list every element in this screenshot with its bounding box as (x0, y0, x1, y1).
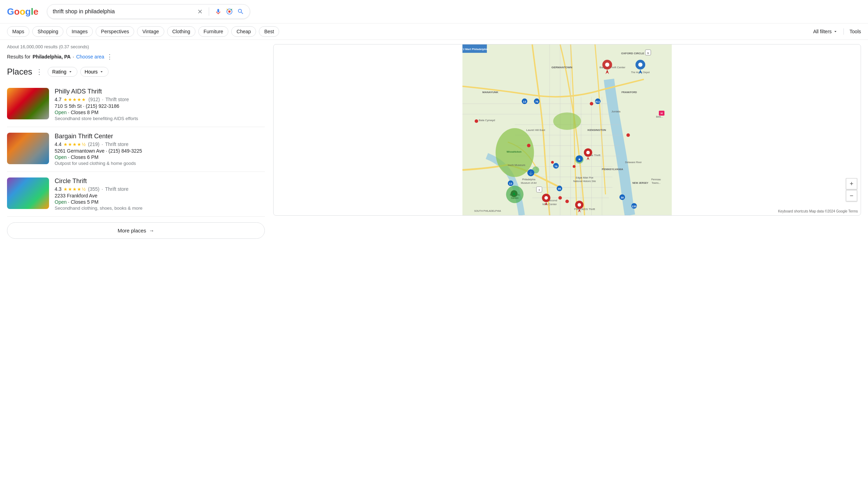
svg-text:⚓: ⚓ (529, 171, 533, 175)
place-address-2: 5261 Germantown Ave · (215) 849-3225 (55, 148, 265, 154)
header: Google thrift shop in philadelphia (0, 0, 868, 23)
map-controls: + − (846, 178, 857, 201)
place-hours-2: Open · Closes 6 PM (55, 154, 265, 160)
google-logo: Google (7, 6, 39, 17)
place-card-2[interactable]: Bargain Thrift Center 4.4 ★★★★½ (219) · … (7, 127, 265, 172)
place-name-3: Circle Thrift (55, 177, 265, 185)
rating-number-1: 4.7 (55, 97, 61, 102)
places-title: Places (7, 67, 32, 77)
map-container[interactable]: Wissahickon Bartram's Garden 1 76 13 (273, 44, 861, 216)
place-image-1 (7, 88, 49, 119)
svg-text:Wissahickon: Wissahickon (507, 151, 522, 153)
svg-text:🌲: 🌲 (512, 192, 516, 196)
place-type-1: · (102, 97, 103, 102)
svg-text:Mile Center: Mile Center (543, 203, 557, 206)
rating-number-3: 4.3 (55, 186, 61, 192)
place-card-1[interactable]: Philly AIDS Thrift 4.7 ★★★★★ (912) · Thr… (7, 82, 265, 127)
svg-point-90 (551, 161, 554, 164)
svg-text:PENNSYLVANIA: PENNSYLVANIA (602, 168, 623, 171)
svg-text:13: 13 (509, 182, 512, 185)
place-image-2 (7, 133, 49, 164)
svg-text:Edgar Allan Poe: Edgar Allan Poe (576, 176, 593, 179)
place-desc-3: Secondhand clothing, shoes, books & more (55, 205, 265, 211)
zoom-out-button[interactable]: − (846, 190, 857, 201)
svg-point-75 (605, 63, 609, 67)
location-menu-button[interactable]: ⋮ (106, 54, 113, 60)
all-filters-button[interactable]: All filters (813, 29, 838, 34)
closing-time-1: Closes 8 PM (71, 110, 98, 115)
svg-text:13: 13 (523, 100, 526, 103)
tab-furniture[interactable]: Furniture (198, 26, 228, 37)
voice-search-button[interactable] (215, 8, 222, 15)
tab-images[interactable]: Images (66, 26, 93, 37)
svg-point-89 (578, 203, 581, 207)
svg-text:Philadelphia: Philadelphia (522, 178, 535, 181)
svg-text:95: 95 (558, 187, 561, 190)
open-status-1: Open (55, 110, 67, 115)
clear-search-button[interactable] (197, 8, 203, 15)
svg-text:1: 1 (647, 51, 649, 55)
place-type-label-3: Thrift store (105, 186, 129, 192)
svg-text:Pennsau: Pennsau (651, 178, 661, 181)
place-desc-1: Secondhand store benefiting AIDS efforts (55, 116, 265, 121)
filter-tabs: Maps Shopping Images Perspectives Vintag… (0, 23, 868, 40)
svg-text:FRANKFORD: FRANKFORD (621, 91, 637, 93)
tab-maps[interactable]: Maps (7, 26, 29, 37)
places-menu-button[interactable]: ⋮ (36, 68, 43, 76)
stars-3: ★★★★½ (63, 187, 86, 192)
tools-button[interactable]: Tools (849, 29, 861, 34)
svg-point-86 (558, 196, 562, 200)
svg-text:Bala Cynwyd: Bala Cynwyd (479, 119, 495, 122)
results-info: About 16,000,000 results (0.37 seconds) (7, 44, 265, 49)
svg-point-91 (573, 165, 576, 168)
svg-point-85 (544, 196, 548, 200)
place-type-label-2: Thrift store (105, 141, 129, 147)
svg-point-77 (638, 63, 642, 67)
tab-shopping[interactable]: Shopping (32, 26, 63, 37)
svg-text:Garden: Garden (511, 197, 519, 199)
svg-point-21 (553, 112, 581, 130)
place-name-2: Bargain Thrift Center (55, 133, 265, 140)
more-places-button[interactable]: More places → (7, 222, 265, 239)
svg-point-78 (475, 119, 478, 123)
svg-text:76: 76 (554, 165, 558, 168)
tab-vintage[interactable]: Vintage (137, 26, 164, 37)
closing-time-3: Closes 5 PM (71, 199, 98, 205)
map-attribution: Keyboard shortcuts Map data ©2024 Google… (778, 209, 858, 213)
choose-area-link[interactable]: Choose area (76, 54, 104, 60)
svg-text:Museum of Art: Museum of Art (521, 182, 537, 184)
open-status-2: Open (55, 154, 67, 160)
search-button[interactable] (237, 8, 244, 15)
zoom-in-button[interactable]: + (846, 178, 857, 189)
hours-filter-button[interactable]: Hours (80, 67, 109, 77)
place-type-2: · (102, 141, 103, 147)
place-card-3[interactable]: Circle Thrift 4.3 ★★★★½ (355) · Thrift s… (7, 172, 265, 217)
svg-text:Laurel Hill East: Laurel Hill East (526, 128, 545, 132)
search-icons (197, 7, 244, 16)
svg-point-1 (228, 11, 230, 13)
svg-text:Juniata: Juniata (612, 110, 621, 113)
place-address-3: 2233 Frankford Ave (55, 193, 265, 198)
search-input[interactable]: thrift shop in philadelphia (53, 8, 197, 15)
place-rating-1: 4.7 ★★★★★ (912) · Thrift store (55, 97, 265, 102)
places-header: Places ⋮ Rating Hours (7, 67, 265, 77)
tab-perspectives[interactable]: Perspectives (96, 26, 134, 37)
search-bar[interactable]: thrift shop in philadelphia (47, 4, 250, 19)
place-hours-3: Open · Closes 5 PM (55, 199, 265, 205)
svg-text:TJ Mart Philadelphia: TJ Mart Philadelphia (461, 48, 488, 51)
svg-text:KENSINGTON: KENSINGTON (587, 128, 606, 132)
tab-clothing[interactable]: Clothing (167, 26, 195, 37)
results-for-label: Results for (7, 54, 30, 60)
rating-filter-button[interactable]: Rating (48, 67, 77, 77)
svg-point-79 (527, 144, 530, 147)
tab-best[interactable]: Best (259, 26, 279, 37)
lens-search-button[interactable] (226, 8, 233, 15)
svg-text:76: 76 (535, 100, 538, 103)
svg-point-81 (626, 133, 630, 137)
place-desc-2: Outpost for used clothing & home goods (55, 161, 265, 166)
svg-text:H: H (661, 112, 663, 115)
map-svg: Wissahickon Bartram's Garden 1 76 13 (274, 44, 861, 215)
svg-text:NEW JERSEY: NEW JERSEY (632, 182, 648, 184)
tab-cheap[interactable]: Cheap (231, 26, 256, 37)
stars-2: ★★★★½ (63, 142, 86, 147)
